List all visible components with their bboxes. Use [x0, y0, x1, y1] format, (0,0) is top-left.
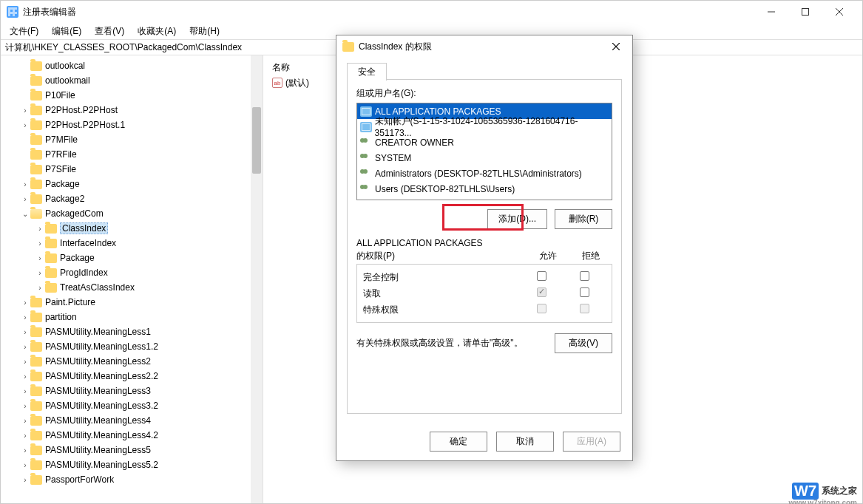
tree-item-label: TreatAsClassIndex: [60, 282, 135, 293]
user-list-item[interactable]: SYSTEM: [357, 150, 612, 166]
chevron-down-icon[interactable]: ⌄: [20, 210, 30, 218]
tree-item-pasmutility-meaningless5[interactable]: ›PASMUtility.MeaningLess5: [1, 443, 263, 457]
tree-item-outlookcal[interactable]: ·outlookcal: [1, 58, 263, 73]
chevron-right-icon[interactable]: ›: [20, 476, 30, 484]
add-button[interactable]: 添加(D)...: [487, 209, 547, 229]
registry-tree[interactable]: ·outlookcal·outlookmail·P10File›P2PHost.…: [1, 55, 263, 490]
chevron-right-icon[interactable]: ›: [20, 387, 30, 395]
window-controls: [754, 1, 856, 23]
permission-row: 读取: [363, 285, 606, 302]
folder-icon: [30, 401, 42, 411]
permission-name: 读取: [363, 287, 520, 300]
tree-item-progidindex[interactable]: ›ProgIdIndex: [1, 265, 263, 280]
tree-scrollbar-thumb[interactable]: [252, 107, 261, 174]
app-icon: [7, 6, 18, 18]
chevron-right-icon[interactable]: ›: [20, 446, 30, 454]
titlebar: 注册表编辑器: [1, 1, 862, 23]
tree-item-pasmutility-meaningless4[interactable]: ›PASMUtility.MeaningLess4: [1, 413, 263, 428]
chevron-right-icon[interactable]: ›: [20, 402, 30, 410]
chevron-right-icon[interactable]: ›: [35, 284, 45, 292]
users-icon: [360, 137, 372, 148]
ok-button[interactable]: 确定: [430, 432, 487, 452]
dialog-close-button[interactable]: [606, 36, 626, 57]
tree-item-label: outlookcal: [45, 61, 85, 71]
tree-item-p10file[interactable]: ·P10File: [1, 88, 263, 103]
column-allow: 允许: [527, 250, 569, 262]
chevron-right-icon[interactable]: ›: [20, 417, 30, 425]
tree-item-pasmutility-meaningless4-2[interactable]: ›PASMUtility.MeaningLess4.2: [1, 428, 263, 443]
tree-item-interfaceindex[interactable]: ›InterfaceIndex: [1, 236, 263, 251]
apply-button[interactable]: 应用(A): [563, 432, 620, 452]
tree-item-p7rfile[interactable]: ·P7RFile: [1, 147, 263, 162]
menu-file[interactable]: 文件(F): [4, 24, 44, 39]
tree-item-p2phost-p2phost-1[interactable]: ›P2PHost.P2PHost.1: [1, 118, 263, 132]
tree-item-package2[interactable]: ›Package2: [1, 191, 263, 206]
chevron-right-icon[interactable]: ›: [20, 299, 30, 307]
chevron-right-icon[interactable]: ›: [35, 239, 45, 248]
chevron-right-icon[interactable]: ›: [20, 121, 30, 129]
chevron-right-icon[interactable]: ›: [35, 254, 45, 262]
permissions-for-label-2: 的权限(P): [356, 250, 395, 262]
menu-help[interactable]: 帮助(H): [183, 24, 226, 39]
tree-item-label: P2PHost.P2PHost.1: [45, 120, 125, 130]
chevron-right-icon[interactable]: ›: [20, 372, 30, 381]
chevron-right-icon[interactable]: ›: [20, 313, 30, 321]
tab-security[interactable]: 安全: [347, 63, 387, 81]
tree-item-pasmutility-meaningless5-2[interactable]: ›PASMUtility.MeaningLess5.2: [1, 457, 263, 472]
deny-checkbox[interactable]: [580, 287, 589, 297]
chevron-right-icon[interactable]: ›: [20, 180, 30, 188]
tree-item-passportforwork[interactable]: ›PassportForWork: [1, 472, 263, 487]
tree-item-packagedcom[interactable]: ⌄PackagedCom: [1, 206, 263, 221]
tree-item-p7sfile[interactable]: ·P7SFile: [1, 162, 263, 177]
tree-item-paint-picture[interactable]: ›Paint.Picture: [1, 295, 263, 310]
tree-item-p2phost-p2phost[interactable]: ›P2PHost.P2PHost: [1, 103, 263, 118]
folder-icon: [45, 283, 57, 293]
chevron-right-icon[interactable]: ›: [20, 432, 30, 440]
tree-item-classindex[interactable]: ›ClassIndex: [1, 221, 263, 236]
chevron-right-icon[interactable]: ›: [20, 106, 30, 115]
users-icon: [360, 168, 372, 179]
watermark-logo: W7: [792, 483, 819, 500]
user-list-item[interactable]: 未知帐户(S-1-15-3-1024-1065365936-1281604716…: [357, 119, 612, 134]
chevron-right-icon[interactable]: ›: [20, 328, 30, 336]
folder-icon: [30, 165, 42, 174]
remove-button[interactable]: 删除(R): [555, 209, 612, 229]
tree-item-pasmutility-meaningless1[interactable]: ›PASMUtility.MeaningLess1: [1, 324, 263, 339]
folder-icon: [30, 135, 42, 145]
cancel-button[interactable]: 取消: [496, 432, 554, 452]
tree-item-treatasclassindex[interactable]: ›TreatAsClassIndex: [1, 280, 263, 295]
user-list-item[interactable]: Administrators (DESKTOP-82TLHLS\Administ…: [357, 166, 612, 181]
maximize-button[interactable]: [788, 1, 822, 23]
chevron-right-icon[interactable]: ›: [20, 195, 30, 203]
tree-item-package[interactable]: ›Package: [1, 251, 263, 265]
chevron-right-icon[interactable]: ›: [20, 358, 30, 366]
tree-item-pasmutility-meaningless3-2[interactable]: ›PASMUtility.MeaningLess3.2: [1, 398, 263, 413]
chevron-right-icon[interactable]: ›: [20, 461, 30, 469]
allow-checkbox[interactable]: [537, 271, 546, 281]
advanced-button[interactable]: 高级(V): [555, 333, 612, 353]
menu-favorites[interactable]: 收藏夹(A): [132, 24, 182, 39]
tree-item-package[interactable]: ›Package: [1, 177, 263, 191]
folder-icon: [45, 224, 57, 234]
user-list-item[interactable]: Users (DESKTOP-82TLHLS\Users): [357, 181, 612, 197]
close-button[interactable]: [822, 1, 856, 23]
tree-item-pasmutility-meaningless3[interactable]: ›PASMUtility.MeaningLess3: [1, 384, 263, 398]
string-value-icon: ab: [272, 78, 282, 88]
users-listbox[interactable]: ALL APPLICATION PACKAGES未知帐户(S-1-15-3-10…: [356, 103, 612, 200]
folder-icon: [30, 106, 42, 115]
chevron-right-icon[interactable]: ›: [35, 269, 45, 277]
chevron-right-icon[interactable]: ›: [20, 343, 30, 351]
tree-item-pasmutility-meaningless2-2[interactable]: ›PASMUtility.MeaningLess2.2: [1, 369, 263, 384]
folder-icon: [30, 342, 42, 352]
tree-item-pasmutility-meaningless2[interactable]: ›PASMUtility.MeaningLess2: [1, 354, 263, 369]
tree-item-outlookmail[interactable]: ·outlookmail: [1, 73, 263, 88]
chevron-right-icon[interactable]: ›: [35, 225, 45, 233]
tree-item-pasmutility-meaningless1-2[interactable]: ›PASMUtility.MeaningLess1.2: [1, 339, 263, 354]
menu-edit[interactable]: 编辑(E): [46, 24, 87, 39]
tree-scrollbar[interactable]: [251, 55, 263, 503]
deny-checkbox[interactable]: [580, 271, 589, 281]
tree-item-p7mfile[interactable]: ·P7MFile: [1, 132, 263, 147]
menu-view[interactable]: 查看(V): [89, 24, 130, 39]
tree-item-partition[interactable]: ›partition: [1, 310, 263, 324]
minimize-button[interactable]: [754, 1, 788, 23]
